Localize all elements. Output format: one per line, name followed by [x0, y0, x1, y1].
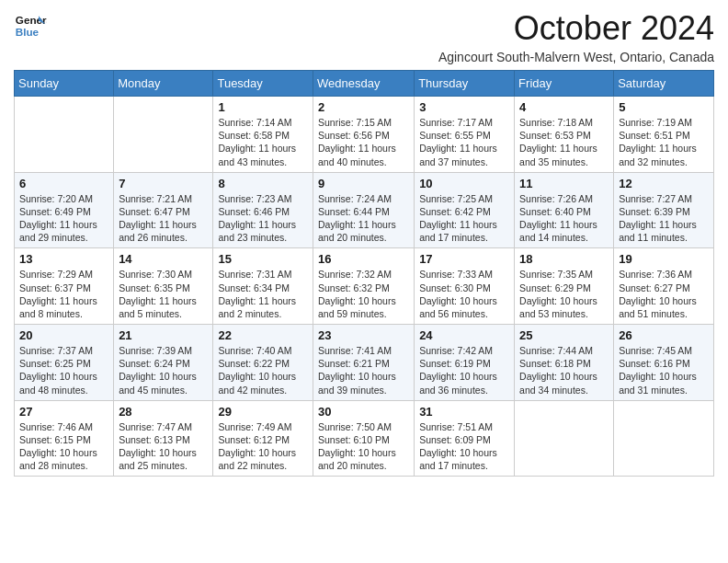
logo-icon: General Blue — [14, 9, 47, 42]
day-info: Sunrise: 7:37 AM Sunset: 6:25 PM Dayligh… — [19, 344, 108, 396]
day-of-week-header: Saturday — [614, 71, 714, 97]
calendar-cell: 7Sunrise: 7:21 AM Sunset: 6:47 PM Daylig… — [114, 172, 213, 248]
day-of-week-header: Wednesday — [313, 71, 415, 97]
calendar-cell — [15, 97, 114, 173]
day-of-week-header: Tuesday — [213, 71, 313, 97]
calendar-cell: 15Sunrise: 7:31 AM Sunset: 6:34 PM Dayli… — [213, 248, 313, 325]
calendar-cell: 9Sunrise: 7:24 AM Sunset: 6:44 PM Daylig… — [313, 172, 415, 248]
calendar-cell — [614, 400, 714, 477]
calendar-week-row: 20Sunrise: 7:37 AM Sunset: 6:25 PM Dayli… — [15, 325, 714, 401]
day-info: Sunrise: 7:41 AM Sunset: 6:21 PM Dayligh… — [318, 344, 409, 396]
day-info: Sunrise: 7:21 AM Sunset: 6:47 PM Dayligh… — [119, 192, 208, 245]
day-info: Sunrise: 7:36 AM Sunset: 6:27 PM Dayligh… — [619, 268, 709, 320]
calendar-cell: 19Sunrise: 7:36 AM Sunset: 6:27 PM Dayli… — [614, 248, 714, 325]
day-number: 16 — [318, 252, 409, 266]
day-number: 22 — [218, 328, 308, 342]
day-info: Sunrise: 7:17 AM Sunset: 6:55 PM Dayligh… — [419, 116, 509, 168]
day-info: Sunrise: 7:49 AM Sunset: 6:12 PM Dayligh… — [218, 420, 308, 473]
day-info: Sunrise: 7:33 AM Sunset: 6:30 PM Dayligh… — [419, 268, 509, 320]
calendar-cell: 6Sunrise: 7:20 AM Sunset: 6:49 PM Daylig… — [15, 172, 114, 248]
calendar-table: SundayMondayTuesdayWednesdayThursdayFrid… — [14, 70, 714, 477]
calendar-cell: 17Sunrise: 7:33 AM Sunset: 6:30 PM Dayli… — [415, 248, 515, 325]
day-number: 29 — [218, 405, 308, 419]
calendar-cell: 26Sunrise: 7:45 AM Sunset: 6:16 PM Dayli… — [614, 325, 714, 401]
calendar-cell: 27Sunrise: 7:46 AM Sunset: 6:15 PM Dayli… — [15, 400, 114, 477]
day-info: Sunrise: 7:47 AM Sunset: 6:13 PM Dayligh… — [119, 420, 208, 473]
day-number: 9 — [318, 177, 409, 190]
day-info: Sunrise: 7:40 AM Sunset: 6:22 PM Dayligh… — [218, 344, 308, 396]
day-info: Sunrise: 7:42 AM Sunset: 6:19 PM Dayligh… — [419, 344, 509, 396]
calendar-cell: 14Sunrise: 7:30 AM Sunset: 6:35 PM Dayli… — [114, 248, 213, 325]
svg-text:General: General — [16, 14, 47, 26]
calendar-cell: 28Sunrise: 7:47 AM Sunset: 6:13 PM Dayli… — [114, 400, 213, 477]
calendar-cell: 16Sunrise: 7:32 AM Sunset: 6:32 PM Dayli… — [313, 248, 415, 325]
day-info: Sunrise: 7:44 AM Sunset: 6:18 PM Dayligh… — [519, 344, 609, 396]
day-number: 28 — [119, 405, 208, 419]
day-info: Sunrise: 7:29 AM Sunset: 6:37 PM Dayligh… — [19, 268, 108, 320]
day-info: Sunrise: 7:15 AM Sunset: 6:56 PM Dayligh… — [318, 116, 409, 168]
day-number: 21 — [119, 328, 208, 342]
calendar-cell: 4Sunrise: 7:18 AM Sunset: 6:53 PM Daylig… — [515, 97, 614, 173]
day-number: 5 — [619, 100, 709, 114]
day-number: 15 — [218, 252, 308, 266]
day-info: Sunrise: 7:51 AM Sunset: 6:09 PM Dayligh… — [419, 420, 509, 473]
day-number: 19 — [619, 252, 709, 266]
day-number: 14 — [119, 252, 208, 266]
day-number: 7 — [119, 177, 208, 190]
day-info: Sunrise: 7:19 AM Sunset: 6:51 PM Dayligh… — [619, 116, 709, 168]
day-number: 25 — [519, 328, 609, 342]
day-info: Sunrise: 7:31 AM Sunset: 6:34 PM Dayligh… — [218, 268, 308, 320]
day-info: Sunrise: 7:30 AM Sunset: 6:35 PM Dayligh… — [119, 268, 208, 320]
day-info: Sunrise: 7:27 AM Sunset: 6:39 PM Dayligh… — [619, 192, 709, 245]
day-info: Sunrise: 7:46 AM Sunset: 6:15 PM Dayligh… — [19, 420, 108, 473]
day-info: Sunrise: 7:50 AM Sunset: 6:10 PM Dayligh… — [318, 420, 409, 473]
calendar-cell: 31Sunrise: 7:51 AM Sunset: 6:09 PM Dayli… — [415, 400, 515, 477]
day-number: 6 — [19, 177, 108, 190]
calendar-cell: 21Sunrise: 7:39 AM Sunset: 6:24 PM Dayli… — [114, 325, 213, 401]
day-number: 2 — [318, 100, 409, 114]
day-number: 23 — [318, 328, 409, 342]
calendar-cell: 30Sunrise: 7:50 AM Sunset: 6:10 PM Dayli… — [313, 400, 415, 477]
day-number: 1 — [218, 100, 308, 114]
day-number: 26 — [619, 328, 709, 342]
calendar-cell: 12Sunrise: 7:27 AM Sunset: 6:39 PM Dayli… — [614, 172, 714, 248]
calendar-week-row: 6Sunrise: 7:20 AM Sunset: 6:49 PM Daylig… — [15, 172, 714, 248]
day-info: Sunrise: 7:24 AM Sunset: 6:44 PM Dayligh… — [318, 192, 409, 245]
calendar-cell: 25Sunrise: 7:44 AM Sunset: 6:18 PM Dayli… — [515, 325, 614, 401]
calendar-body: 1Sunrise: 7:14 AM Sunset: 6:58 PM Daylig… — [15, 97, 714, 477]
calendar-cell: 18Sunrise: 7:35 AM Sunset: 6:29 PM Dayli… — [515, 248, 614, 325]
day-of-week-header: Thursday — [415, 71, 515, 97]
day-info: Sunrise: 7:14 AM Sunset: 6:58 PM Dayligh… — [218, 116, 308, 168]
day-info: Sunrise: 7:35 AM Sunset: 6:29 PM Dayligh… — [519, 268, 609, 320]
day-number: 12 — [619, 177, 709, 190]
svg-text:Blue: Blue — [16, 26, 40, 38]
calendar-cell: 10Sunrise: 7:25 AM Sunset: 6:42 PM Dayli… — [415, 172, 515, 248]
day-number: 11 — [519, 177, 609, 190]
calendar-cell: 5Sunrise: 7:19 AM Sunset: 6:51 PM Daylig… — [614, 97, 714, 173]
location-title: Agincourt South-Malvern West, Ontario, C… — [438, 50, 714, 64]
calendar-week-row: 27Sunrise: 7:46 AM Sunset: 6:15 PM Dayli… — [15, 400, 714, 477]
day-number: 31 — [419, 405, 509, 419]
day-info: Sunrise: 7:23 AM Sunset: 6:46 PM Dayligh… — [218, 192, 308, 245]
calendar-cell: 29Sunrise: 7:49 AM Sunset: 6:12 PM Dayli… — [213, 400, 313, 477]
day-info: Sunrise: 7:45 AM Sunset: 6:16 PM Dayligh… — [619, 344, 709, 396]
calendar-cell: 22Sunrise: 7:40 AM Sunset: 6:22 PM Dayli… — [213, 325, 313, 401]
day-info: Sunrise: 7:20 AM Sunset: 6:49 PM Dayligh… — [19, 192, 108, 245]
day-info: Sunrise: 7:32 AM Sunset: 6:32 PM Dayligh… — [318, 268, 409, 320]
day-number: 17 — [419, 252, 509, 266]
day-number: 20 — [19, 328, 108, 342]
header: General Blue October 2024 Agincourt Sout… — [14, 9, 714, 64]
day-of-week-header: Monday — [114, 71, 213, 97]
calendar-cell: 20Sunrise: 7:37 AM Sunset: 6:25 PM Dayli… — [15, 325, 114, 401]
calendar-cell: 1Sunrise: 7:14 AM Sunset: 6:58 PM Daylig… — [213, 97, 313, 173]
calendar-cell — [515, 400, 614, 477]
day-number: 4 — [519, 100, 609, 114]
calendar-cell: 8Sunrise: 7:23 AM Sunset: 6:46 PM Daylig… — [213, 172, 313, 248]
day-number: 27 — [19, 405, 108, 419]
day-number: 3 — [419, 100, 509, 114]
calendar-cell: 3Sunrise: 7:17 AM Sunset: 6:55 PM Daylig… — [415, 97, 515, 173]
day-number: 30 — [318, 405, 409, 419]
day-of-week-header: Sunday — [15, 71, 114, 97]
logo: General Blue — [14, 9, 47, 42]
calendar-header-row: SundayMondayTuesdayWednesdayThursdayFrid… — [15, 71, 714, 97]
